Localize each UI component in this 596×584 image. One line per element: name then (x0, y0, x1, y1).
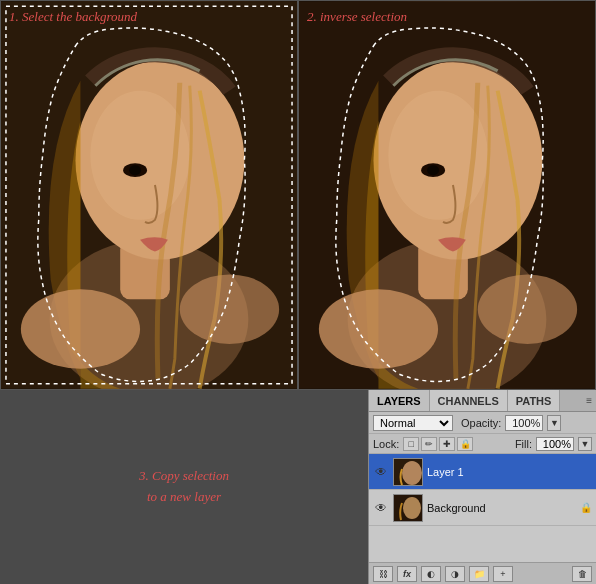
link-layers-btn[interactable]: ⛓ (373, 566, 393, 582)
layer-1-thumbnail (393, 458, 423, 486)
mask-btn[interactable]: ◐ (421, 566, 441, 582)
opacity-arrow[interactable]: ▼ (547, 415, 561, 431)
lock-transparent-btn[interactable]: □ (403, 437, 419, 451)
step3-label: 3. Copy selection to a new layer (139, 466, 229, 508)
layers-tabs: LAYERS CHANNELS PATHS ≡ (369, 390, 596, 412)
main-area: 1. Select the background (0, 0, 596, 584)
fill-input[interactable] (536, 437, 574, 451)
layer-bg-visibility[interactable]: 👁 (373, 500, 389, 516)
lock-position-btn[interactable]: ✚ (439, 437, 455, 451)
layers-content: 👁 Layer 1 👁 (369, 454, 596, 562)
step2-label: 2. inverse selection (307, 9, 407, 25)
layer-bg-thumbnail (393, 494, 423, 522)
step3-area: 3. Copy selection to a new layer (0, 390, 368, 584)
lock-all-btn[interactable]: 🔒 (457, 437, 473, 451)
photo-panel-1: 1. Select the background (0, 0, 298, 390)
tab-layers[interactable]: LAYERS (369, 390, 430, 411)
lock-icons: □ ✏ ✚ 🔒 (403, 437, 473, 451)
bottom-row: 3. Copy selection to a new layer LAYERS … (0, 390, 596, 584)
layer-item-1[interactable]: 👁 Layer 1 (369, 454, 596, 490)
new-layer-btn[interactable]: + (493, 566, 513, 582)
fx-btn[interactable]: fx (397, 566, 417, 582)
step1-label: 1. Select the background (9, 9, 137, 25)
layer-bg-name: Background (427, 502, 576, 514)
layer-item-background[interactable]: 👁 Background 🔒 (369, 490, 596, 526)
panel-menu-icon[interactable]: ≡ (582, 390, 596, 411)
fill-label: Fill: (515, 438, 532, 450)
top-row: 1. Select the background (0, 0, 596, 390)
blend-mode-select[interactable]: Normal Multiply Screen Overlay (373, 415, 453, 431)
tab-paths[interactable]: PATHS (508, 390, 561, 411)
tab-channels[interactable]: CHANNELS (430, 390, 508, 411)
layers-panel: LAYERS CHANNELS PATHS ≡ Normal Multiply … (368, 390, 596, 584)
blend-mode-row: Normal Multiply Screen Overlay Opacity: … (369, 412, 596, 434)
svg-point-21 (403, 497, 421, 519)
group-btn[interactable]: 📁 (469, 566, 489, 582)
svg-point-19 (402, 461, 422, 485)
lock-label: Lock: (373, 438, 399, 450)
layer-1-visibility[interactable]: 👁 (373, 464, 389, 480)
delete-layer-btn[interactable]: 🗑 (572, 566, 592, 582)
opacity-label: Opacity: (461, 417, 501, 429)
photo-panel-2: 2. inverse selection (298, 0, 596, 390)
layers-footer: ⛓ fx ◐ ◑ 📁 + 🗑 (369, 562, 596, 584)
opacity-input[interactable] (505, 415, 543, 431)
layer-bg-lock-icon: 🔒 (580, 502, 592, 513)
fill-arrow[interactable]: ▼ (578, 437, 592, 451)
adjustment-btn[interactable]: ◑ (445, 566, 465, 582)
layer-1-name: Layer 1 (427, 466, 592, 478)
lock-pixels-btn[interactable]: ✏ (421, 437, 437, 451)
lock-row: Lock: □ ✏ ✚ 🔒 Fill: ▼ (369, 434, 596, 454)
